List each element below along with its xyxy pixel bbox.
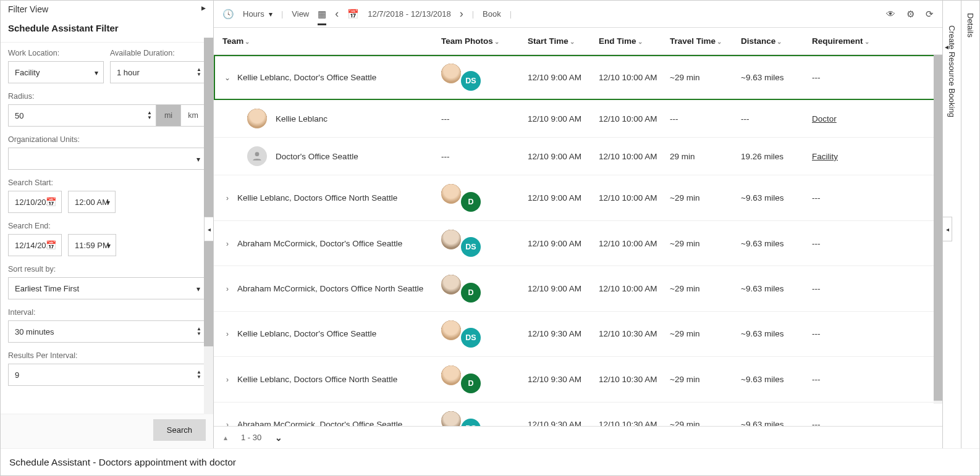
chevron-right-icon[interactable]: › xyxy=(222,240,232,248)
travel-time-cell: ~29 min xyxy=(665,266,736,311)
search-start-label: Search Start: xyxy=(8,178,206,187)
create-booking-rail[interactable]: ◂ Create Resource Booking ◂ xyxy=(942,1,961,448)
start-time-cell: 12/10 9:00 AM xyxy=(523,138,594,175)
search-end-time[interactable]: 11:59 PM xyxy=(68,234,116,256)
chevron-right-icon[interactable]: › xyxy=(222,194,232,203)
table-row[interactable]: Kellie Leblanc --- 12/10 9:00 AM 12/10 1… xyxy=(214,100,942,138)
prev-range-button[interactable] xyxy=(335,7,339,20)
requirement-link[interactable]: Doctor xyxy=(812,114,837,123)
eye-icon[interactable]: 👁 xyxy=(886,9,895,19)
avatar xyxy=(441,64,461,83)
table-row[interactable]: ›Abraham McCormick, Doctor's Office Seat… xyxy=(214,220,942,265)
travel-time-cell: ~29 min xyxy=(665,220,736,265)
spinner-icon[interactable]: ▲▼ xyxy=(196,67,201,77)
col-requirement[interactable]: Requirement⌄ xyxy=(807,28,942,55)
filter-panel: Filter View ◂ Schedule Assistant Filter … xyxy=(1,1,214,448)
expand-rail-icon[interactable]: ◂ xyxy=(945,43,948,51)
col-distance[interactable]: Distance⌄ xyxy=(736,28,807,55)
details-rail[interactable]: Details xyxy=(961,1,979,448)
chevron-right-icon[interactable]: › xyxy=(222,375,232,384)
radius-label: Radius: xyxy=(8,92,206,101)
refresh-icon[interactable]: ⟳ xyxy=(926,9,934,20)
chevron-down-icon[interactable]: ⌄ xyxy=(222,73,232,82)
pager-up-icon[interactable]: ▴ xyxy=(224,433,227,442)
avatar xyxy=(441,320,461,340)
search-start-date[interactable]: 12/10/2018 📅 xyxy=(8,191,62,213)
work-location-select[interactable]: Facility xyxy=(8,61,104,83)
status-bar: Schedule Assistant - Doctors appointment… xyxy=(1,448,979,475)
org-units-select[interactable] xyxy=(8,148,206,170)
pager: ▴ 1 - 30 ⌄ xyxy=(214,426,942,448)
table-row[interactable]: Doctor's Office Seattle --- 12/10 9:00 A… xyxy=(214,138,942,175)
col-end[interactable]: End Time⌄ xyxy=(594,28,665,55)
spinner-icon[interactable]: ▲▼ xyxy=(147,111,152,120)
team-name: Kellie Leblanc xyxy=(276,114,327,123)
grid-view-icon[interactable]: ▦ xyxy=(318,9,326,25)
hours-dropdown[interactable]: Hours xyxy=(243,9,272,19)
chevron-right-icon[interactable]: › xyxy=(222,420,232,426)
team-photos-cell: DS xyxy=(436,220,523,265)
radius-input[interactable]: 50 ▲▼ xyxy=(8,104,156,127)
spinner-icon[interactable]: ▲▼ xyxy=(196,327,201,336)
panel-collapse-handle-left[interactable]: ◂ xyxy=(204,217,214,241)
avatar xyxy=(441,275,461,294)
available-duration-input[interactable]: 1 hour ▲▼ xyxy=(110,61,206,83)
travel-time-cell: 29 min xyxy=(665,138,736,175)
panel-collapse-handle-right[interactable]: ◂ xyxy=(942,217,952,241)
search-end-date[interactable]: 12/14/2018 📅 xyxy=(8,234,62,256)
sort-by-select[interactable]: Earliest Time First xyxy=(8,277,206,299)
book-button[interactable]: Book xyxy=(483,9,501,19)
work-location-label: Work Location: xyxy=(8,49,104,57)
col-start[interactable]: Start Time⌄ xyxy=(523,28,594,55)
requirement-link[interactable]: Facility xyxy=(812,152,838,161)
col-team[interactable]: Team⌄ xyxy=(214,28,436,55)
radius-unit-mi[interactable]: mi xyxy=(156,104,181,127)
collapse-filter-icon[interactable]: ◂ xyxy=(201,4,206,14)
team-photos-cell: --- xyxy=(436,100,523,138)
results-per-interval-input[interactable]: 9 ▲▼ xyxy=(8,364,206,386)
search-button[interactable]: Search xyxy=(153,419,206,441)
table-row[interactable]: ⌄Kellie Leblanc, Doctor's Office Seattle… xyxy=(214,55,942,100)
distance-cell: ~9.63 miles xyxy=(736,357,807,402)
svg-point-0 xyxy=(255,152,260,157)
table-row[interactable]: ›Kellie Leblanc, Doctors Office North Se… xyxy=(214,175,942,220)
interval-label: Interval: xyxy=(8,308,206,317)
next-range-button[interactable] xyxy=(460,7,463,20)
end-time-cell: 12/10 10:30 AM xyxy=(594,402,665,426)
col-travel[interactable]: Travel Time⌄ xyxy=(665,28,736,55)
results-panel: 🕓 Hours | View ▦ 📅 12/7/2018 - 12/13/201… xyxy=(214,1,942,448)
team-photos-cell: --- xyxy=(436,138,523,175)
start-time-cell: 12/10 9:30 AM xyxy=(523,402,594,426)
col-photos[interactable]: Team Photos⌄ xyxy=(436,28,523,55)
calendar-icon[interactable]: 📅 xyxy=(46,240,56,250)
team-badge-ds: DS xyxy=(461,237,481,257)
chevron-down-icon xyxy=(196,284,200,293)
search-start-time[interactable]: 12:00 AM xyxy=(68,191,116,213)
end-time-cell: 12/10 10:00 AM xyxy=(594,138,665,175)
requirement-cell: --- xyxy=(807,220,942,265)
requirement-cell: --- xyxy=(807,402,942,426)
table-row[interactable]: ›Kellie Leblanc, Doctor's Office Seattle… xyxy=(214,311,942,356)
calendar-icon[interactable]: 📅 xyxy=(46,197,56,207)
end-time-cell: 12/10 10:30 AM xyxy=(594,357,665,402)
interval-input[interactable]: 30 minutes ▲▼ xyxy=(8,320,206,343)
pager-range: 1 - 30 xyxy=(241,433,261,442)
table-row[interactable]: ›Kellie Leblanc, Doctors Office North Se… xyxy=(214,357,942,402)
radius-unit-km[interactable]: km xyxy=(181,104,206,127)
chevron-right-icon[interactable]: › xyxy=(222,285,232,293)
team-photos-cell: D xyxy=(436,175,523,220)
grid-scrollbar[interactable] xyxy=(934,55,942,404)
spinner-icon[interactable]: ▲▼ xyxy=(196,370,201,380)
pager-down-icon[interactable]: ⌄ xyxy=(275,433,282,443)
calendar-icon[interactable]: 📅 xyxy=(347,9,359,20)
chevron-right-icon[interactable]: › xyxy=(222,330,232,338)
start-time-cell: 12/10 9:30 AM xyxy=(523,311,594,356)
status-text: Schedule Assistant - Doctors appointment… xyxy=(9,457,236,468)
end-time-cell: 12/10 10:00 AM xyxy=(594,220,665,265)
travel-time-cell: --- xyxy=(665,100,736,138)
gear-icon[interactable]: ⚙ xyxy=(906,9,915,20)
available-duration-label: Available Duration: xyxy=(110,49,206,57)
table-row[interactable]: ›Abraham McCormick, Doctors Office North… xyxy=(214,266,942,311)
table-row[interactable]: ›Abraham McCormick, Doctor's Office Seat… xyxy=(214,402,942,426)
date-range[interactable]: 12/7/2018 - 12/13/2018 xyxy=(368,9,450,19)
